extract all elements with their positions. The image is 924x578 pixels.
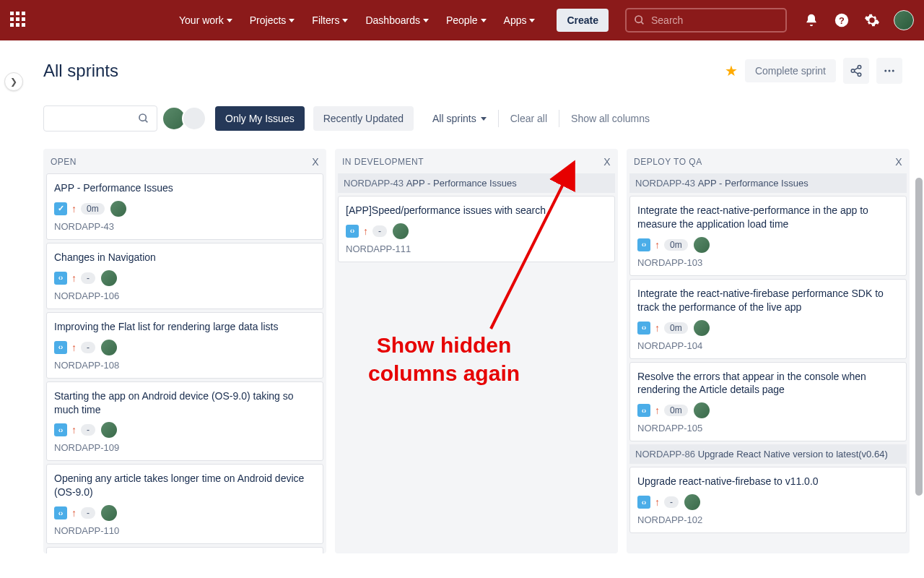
nav-dashboards[interactable]: Dashboards — [358, 10, 436, 30]
estimate-badge: 0m — [81, 203, 105, 215]
estimate-badge: - — [81, 507, 95, 519]
issue-card[interactable]: Integrate the react-native-firebase perf… — [629, 279, 907, 359]
hide-column-button[interactable]: X — [603, 156, 611, 168]
issue-key: NORDAPP-108 — [54, 360, 315, 371]
recently-updated-button[interactable]: Recently Updated — [313, 106, 414, 131]
notifications-icon[interactable] — [803, 12, 820, 29]
chevron-down-icon — [227, 19, 232, 22]
nav-apps[interactable]: Apps — [497, 10, 543, 30]
sprint-dropdown[interactable]: All sprints — [430, 107, 489, 130]
help-icon[interactable]: ? — [833, 12, 850, 29]
issue-card[interactable]: APP - Performance Issues ✓ ↑ 0m NORDAPP-… — [46, 173, 323, 240]
assignee-avatar[interactable] — [101, 270, 117, 286]
swimlane-header[interactable]: NORDAPP-43 APP - Performance Issues — [629, 173, 907, 193]
assignee-avatar[interactable] — [694, 237, 710, 253]
issue-key: NORDAPP-111 — [346, 243, 607, 254]
swimlane-header[interactable]: NORDAPP-86 Upgrade React Native version … — [629, 444, 907, 464]
search-icon — [634, 14, 645, 26]
assignee-avatar[interactable] — [101, 505, 117, 521]
issue-card[interactable]: Integrate the react-native-performance i… — [629, 196, 907, 276]
nav-filters[interactable]: Filters — [305, 10, 355, 30]
assignee-avatar[interactable] — [393, 223, 409, 239]
chevron-down-icon — [423, 19, 429, 22]
assignee-avatar[interactable] — [110, 201, 126, 217]
separator — [498, 110, 499, 127]
board: OPENX APP - Performance Issues ✓ ↑ 0m NO… — [43, 149, 902, 553]
issue-type-icon: ‹› — [54, 423, 67, 436]
swimlane-header[interactable]: NORDAPP-43 APP - Performance Issues — [338, 173, 615, 193]
column-title: DEPLOY TO QA — [634, 157, 702, 167]
board-search[interactable] — [43, 105, 157, 131]
issue-type-icon: ‹› — [637, 238, 650, 251]
issue-card[interactable]: Improving the Flat list for rendering la… — [46, 312, 323, 379]
issue-card[interactable]: [APP]Speed/performance issues with searc… — [338, 196, 615, 262]
issue-type-icon: ‹› — [54, 341, 67, 354]
issue-type-icon: ‹› — [637, 322, 650, 335]
chevron-down-icon — [529, 19, 535, 22]
issue-title: Improving the Flat list for rendering la… — [54, 320, 315, 334]
assignee-avatar[interactable] — [694, 320, 710, 336]
column-header: DEPLOY TO QAX — [627, 149, 910, 173]
avatar-unassigned[interactable] — [182, 106, 206, 131]
assignee-avatar[interactable] — [694, 402, 710, 418]
issue-type-icon: ‹› — [637, 496, 650, 509]
app-switcher-icon[interactable] — [10, 12, 27, 29]
clear-all-link[interactable]: Clear all — [507, 110, 550, 127]
global-search[interactable] — [625, 8, 787, 33]
nav-your-work[interactable]: Your work — [172, 10, 240, 30]
assignee-avatar[interactable] — [684, 494, 700, 510]
issue-card[interactable]: Starting the app on Android device (OS-9… — [46, 381, 323, 462]
issue-title: [APP]Speed/performance issues with searc… — [346, 204, 607, 217]
svg-point-9 — [884, 70, 886, 72]
svg-point-4 — [858, 66, 861, 69]
create-button[interactable]: Create — [557, 9, 609, 32]
assignee-avatar[interactable] — [101, 422, 117, 438]
issue-card[interactable]: Changes in Navigation ‹› ↑ - NORDAPP-106 — [46, 243, 323, 309]
column-body: APP - Performance Issues ✓ ↑ 0m NORDAPP-… — [43, 173, 326, 553]
search-input[interactable] — [651, 14, 778, 26]
share-button[interactable] — [843, 58, 869, 84]
scrollbar[interactable] — [915, 178, 923, 496]
board-column: DEPLOY TO QAXNORDAPP-43 APP - Performanc… — [627, 149, 910, 553]
estimate-badge: 0m — [664, 239, 688, 251]
issue-card[interactable]: Upgrade React Native version to latest(v… — [46, 547, 323, 553]
issue-card[interactable]: Opening any article takes longer time on… — [46, 464, 323, 544]
more-button[interactable] — [876, 58, 902, 84]
expand-sidebar-button[interactable]: ❯ — [4, 72, 23, 91]
issue-title: Resolve the errors that appear in the co… — [637, 370, 899, 397]
assignee-avatar[interactable] — [101, 340, 117, 355]
issue-title: Upgrade react-native-firebase to v11.0.0 — [637, 475, 899, 488]
svg-point-5 — [851, 69, 855, 73]
settings-icon[interactable] — [863, 12, 881, 29]
nav-people[interactable]: People — [439, 10, 494, 30]
show-all-columns-link[interactable]: Show all columns — [568, 110, 653, 127]
issue-key: NORDAPP-105 — [637, 423, 899, 434]
hide-column-button[interactable]: X — [895, 156, 902, 168]
column-body: NORDAPP-43 APP - Performance Issues [APP… — [335, 173, 618, 271]
issue-title: Starting the app on Android device (OS-9… — [54, 389, 315, 417]
separator — [559, 110, 559, 127]
estimate-badge: - — [81, 342, 95, 353]
search-icon — [138, 113, 149, 124]
issue-card[interactable]: Upgrade react-native-firebase to v11.0.0… — [629, 467, 907, 533]
issue-title: APP - Performance Issues — [54, 181, 315, 195]
column-header: OPENX — [43, 149, 326, 173]
nav-projects[interactable]: Projects — [243, 10, 302, 30]
issue-card[interactable]: Resolve the errors that appear in the co… — [629, 362, 907, 442]
svg-text:?: ? — [839, 15, 845, 26]
hide-column-button[interactable]: X — [312, 156, 319, 168]
issue-type-icon: ‹› — [346, 225, 359, 238]
only-my-issues-button[interactable]: Only My Issues — [215, 106, 305, 131]
complete-sprint-button[interactable]: Complete sprint — [745, 59, 836, 82]
star-icon[interactable]: ★ — [725, 62, 738, 79]
svg-line-13 — [145, 120, 147, 122]
priority-icon: ↑ — [655, 405, 660, 416]
issue-key: NORDAPP-102 — [637, 514, 899, 525]
priority-icon: ↑ — [363, 225, 368, 237]
profile-avatar[interactable] — [894, 10, 914, 30]
priority-icon: ↑ — [71, 424, 77, 436]
priority-icon: ↑ — [71, 342, 77, 353]
priority-icon: ↑ — [655, 496, 660, 508]
issue-key: NORDAPP-109 — [54, 442, 315, 453]
issue-title: Changes in Navigation — [54, 251, 315, 264]
